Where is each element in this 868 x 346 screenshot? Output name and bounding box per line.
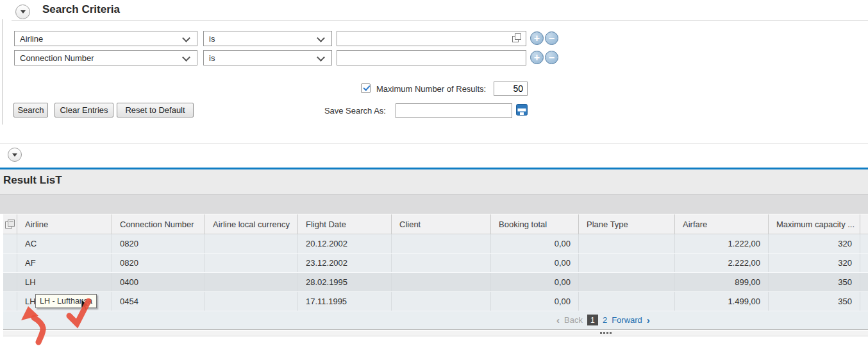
search-criteria-title: Search Criteria [42,3,120,16]
field-select-1[interactable]: Airline [14,31,197,46]
row-selector[interactable] [3,254,17,272]
max-results-checkbox[interactable] [361,83,371,93]
cell-client [392,254,491,272]
chevron-down-icon [21,10,26,13]
cell-maximum-capacity: 350 [769,273,860,291]
cell-maximum-capacity: 320 [769,234,860,253]
cell-airline-local-currency [205,234,298,253]
save-search-label: Save Search As: [321,106,386,116]
chevron-down-icon [317,34,325,42]
cell-booking-total: 0,00 [491,234,579,253]
table-row[interactable]: AF 0820 23.12.2002 0,00 2.222,00 320 [3,254,868,273]
select-all-icon [5,220,15,229]
chevron-down-icon [317,53,325,62]
operator-select-1-value: is [209,34,215,44]
table-toolbar [0,194,868,214]
clear-entries-button[interactable]: Clear Entries [54,103,113,117]
value-help-icon[interactable] [512,33,522,43]
column-header-airline[interactable]: Airline [17,214,112,234]
cell-connection-number: 0400 [112,273,205,291]
add-condition-button[interactable]: + [530,51,544,64]
operator-select-1[interactable]: is [203,31,332,46]
operator-select-2[interactable]: is [203,50,332,65]
add-condition-button[interactable]: + [530,31,544,45]
table-row-selected[interactable]: LH 0400 28.02.1995 0,00 899,00 350 [3,273,868,292]
table-bottom-strip [3,331,868,336]
reset-to-default-button[interactable]: Reset to Default [117,103,194,117]
cell-maximum-capacity: 320 [769,254,860,272]
max-results-input[interactable] [494,82,528,96]
remove-condition-button[interactable]: − [545,31,558,45]
mouse-cursor-icon [81,299,90,311]
column-header-plane-type[interactable]: Plane Type [579,214,675,234]
page-1-current[interactable]: 1 [587,315,598,325]
cell-booking-total: 0,00 [491,254,579,272]
column-header-truncated[interactable]: N [860,214,868,234]
resize-grip-handle[interactable] [600,332,612,334]
collapse-result-list-button[interactable] [8,148,22,162]
cell-flight-date: 20.12.2002 [298,234,392,253]
cell-plane-type [579,254,675,272]
cell-airline-local-currency [205,273,298,291]
column-header-airfare[interactable]: Airfare [675,214,769,234]
field-select-1-value: Airline [20,34,43,44]
chevron-right-icon: › [647,315,650,325]
chevron-left-icon: ‹ [556,315,560,325]
value-input-1[interactable] [337,31,526,46]
cell-truncated [860,273,868,291]
table-row[interactable]: LH 0454 17.11.1995 0,00 1.499,00 350 [3,292,868,311]
column-header-booking-total[interactable]: Booking total [491,214,579,234]
remove-condition-button[interactable]: − [545,51,558,64]
sap-search-page: Search Criteria Airline is + − Connectio… [0,0,868,346]
cell-flight-date: 28.02.1995 [298,273,392,291]
result-list-header-band: Result LisT [0,169,868,194]
field-select-2-value: Connection Number [20,53,94,63]
cell-connection-number: 0820 [112,234,205,253]
cell-truncated [860,254,868,272]
cell-plane-type [579,292,675,311]
table-footer [3,311,868,330]
cell-truncated [860,234,868,253]
max-results-label: Maximum Number of Results: [376,84,486,94]
cell-airline-local-currency [205,254,298,272]
search-button[interactable]: Search [13,103,48,117]
result-list-title: Result LisT [3,174,62,187]
column-header-maximum-capacity[interactable]: Maximum capacity ... [769,214,860,234]
cell-truncated [860,292,868,311]
column-header-flight-date[interactable]: Flight Date [298,214,392,234]
cell-client [392,273,491,291]
column-header-airline-local-currency[interactable]: Airline local currency [205,214,298,234]
table-header-row: Airline Connection Number Airline local … [3,214,868,234]
value-input-2[interactable] [337,50,526,65]
cell-client [392,292,491,311]
page-back-link[interactable]: Back [564,315,583,325]
cell-airline[interactable]: LH [17,273,112,291]
paginator: ‹ Back 1 2 Forward › [556,315,650,325]
column-header-client[interactable]: Client [392,214,491,234]
cell-plane-type [579,234,675,253]
row-selector[interactable] [3,292,17,311]
page-2-link[interactable]: 2 [603,315,607,325]
cell-airfare: 1.499,00 [675,292,769,311]
column-header-connection-number[interactable]: Connection Number [112,214,205,234]
checkmark-icon [363,83,370,91]
cell-airline[interactable]: AC [17,234,112,253]
table-row[interactable]: AC 0820 20.12.2002 0,00 1.222,00 320 [3,234,868,254]
operator-select-2-value: is [209,53,215,63]
cell-plane-type [579,273,675,291]
field-select-2[interactable]: Connection Number [14,50,197,65]
cell-maximum-capacity: 350 [769,292,860,311]
save-icon[interactable] [516,104,528,116]
cell-flight-date: 17.11.1995 [298,292,392,311]
save-search-input[interactable] [396,103,512,118]
divider [0,143,868,144]
cell-airline-local-currency [205,292,298,311]
row-selector[interactable] [3,273,17,291]
cell-airline[interactable]: AF [17,254,112,272]
row-selector[interactable] [3,234,17,253]
page-forward-link[interactable]: Forward [612,315,642,325]
cell-airfare: 899,00 [675,273,769,291]
select-all-button[interactable] [3,214,17,234]
cell-client [392,234,491,253]
collapse-search-criteria-button[interactable] [15,4,30,19]
